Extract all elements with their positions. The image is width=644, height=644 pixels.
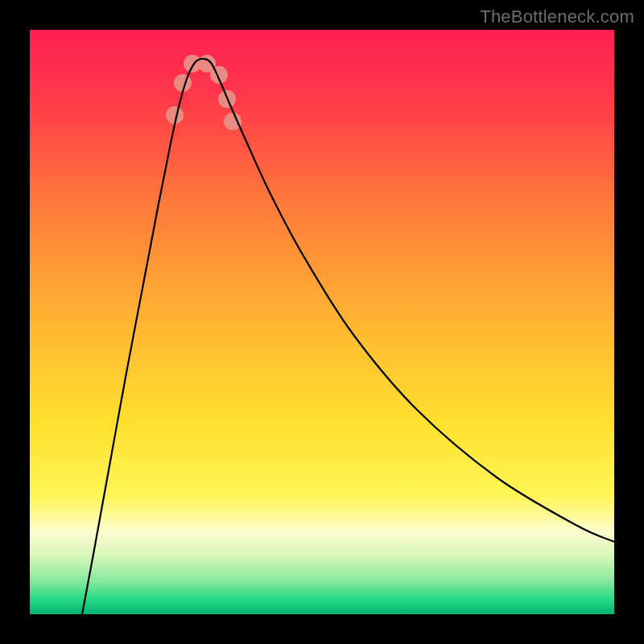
marker-dot [210, 66, 228, 84]
marker-dot [224, 113, 242, 130]
chart-frame: TheBottleneck.com [0, 0, 644, 644]
plot-area [30, 30, 614, 614]
marker-group [166, 55, 242, 130]
curve-path [82, 59, 614, 614]
chart-svg [30, 30, 614, 614]
watermark-text: TheBottleneck.com [480, 6, 634, 27]
